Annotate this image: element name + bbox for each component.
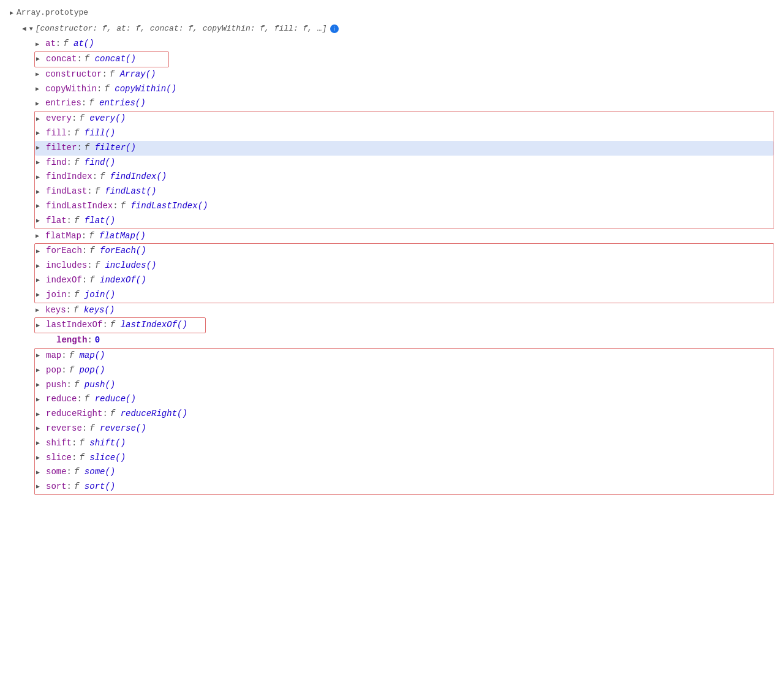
tree-item-constructor[interactable]: ▶ constructor : f Array() (34, 67, 774, 82)
toggle-arrow-reverse[interactable]: ▶ (36, 423, 46, 434)
func-name-reduce: reduce() (95, 392, 136, 407)
toggle-arrow-keys[interactable]: ▶ (36, 305, 45, 316)
toggle-arrow-flat[interactable]: ▶ (36, 216, 46, 226)
tree-item-fill[interactable]: ▶ fill : f fill() (35, 126, 774, 141)
tree-item-findLastIndex[interactable]: ▶ findLastIndex : f findLastIndex() (35, 199, 774, 214)
toggle-arrow-constructor[interactable]: ▶ (36, 69, 45, 80)
toggle-arrow-forEach[interactable]: ▶ (36, 246, 46, 257)
prop-name-filter: filter (46, 141, 77, 156)
func-name-copyWithin: copyWithin() (115, 82, 176, 97)
prop-name-fill: fill (46, 126, 67, 141)
prop-name-sort: sort (46, 480, 67, 494)
toggle-arrow-filter[interactable]: ▶ (36, 143, 46, 153)
box-lastIndexOf: ▶ lastIndexOf : f lastIndexOf() (34, 317, 206, 333)
tree-item-findLast[interactable]: ▶ findLast : f findLast() (35, 184, 774, 199)
toggle-arrow-findLast[interactable]: ▶ (36, 187, 46, 197)
tree-item-reduce[interactable]: ▶ reduce : f reduce() (35, 392, 774, 407)
tree-item-length: length : 0 (34, 333, 774, 348)
func-name-reverse: reverse() (100, 421, 146, 436)
toggle-arrow-findIndex[interactable]: ▶ (36, 172, 46, 183)
func-name-sort: sort() (85, 480, 115, 494)
func-name-fill: fill() (85, 126, 115, 141)
prop-name-forEach: forEach (46, 244, 82, 259)
tree-item-map[interactable]: ▶ map : f map() (35, 349, 774, 363)
tree-item-entries[interactable]: ▶ entries : f entries() (34, 96, 774, 111)
prop-name-every: every (46, 112, 72, 126)
tree-item-concat[interactable]: ▶ concat : f concat() (35, 52, 168, 67)
tree-item-find[interactable]: ▶ find : f find() (35, 156, 774, 170)
proto-header-text: [constructor: f, at: f, concat: f, copyW… (36, 22, 327, 36)
prop-name-reverse: reverse (46, 421, 82, 436)
toggle-arrow-find[interactable]: ▶ (36, 157, 46, 168)
toggle-arrow-entries[interactable]: ▶ (36, 99, 45, 109)
devtools-tree: ▶ Array.prototype ◀ ▼ [constructor: f, a… (10, 6, 774, 495)
toggle-arrow-every[interactable]: ▶ (36, 114, 46, 124)
tree-item-join[interactable]: ▶ join : f join() (35, 288, 774, 303)
func-name-flat: flat() (85, 214, 115, 229)
tree-item-shift[interactable]: ▶ shift : f shift() (35, 436, 774, 451)
func-name-includes: includes() (105, 259, 156, 273)
prop-name-pop: pop (46, 363, 61, 378)
prop-name-keys: keys (45, 303, 66, 318)
tree-item-slice[interactable]: ▶ slice : f slice() (35, 451, 774, 466)
toggle-arrow-reduce[interactable]: ▶ (36, 395, 46, 405)
toggle-arrow-findLastIndex[interactable]: ▶ (36, 201, 46, 211)
prop-name-join: join (46, 288, 67, 303)
toggle-arrow-join[interactable]: ▶ (36, 290, 46, 300)
tree-item-filter[interactable]: ▶ filter : f filter() (35, 141, 774, 156)
toggle-arrow-push[interactable]: ▶ (36, 380, 46, 390)
toggle-arrow-concat[interactable]: ▶ (36, 54, 46, 64)
tree-item-copyWithin[interactable]: ▶ copyWithin : f copyWithin() (34, 82, 774, 97)
func-name-reduceRight: reduceRight() (121, 407, 187, 421)
toggle-arrow-lastIndexOf[interactable]: ▶ (36, 320, 46, 331)
toggle-arrow-shift[interactable]: ▶ (36, 438, 46, 448)
tree-item-forEach[interactable]: ▶ forEach : f forEach() (35, 244, 774, 259)
tree-item-indexOf[interactable]: ▶ indexOf : f indexOf() (35, 273, 774, 288)
toggle-arrow-at[interactable]: ▶ (36, 39, 45, 50)
tree-item-flat[interactable]: ▶ flat : f flat() (35, 214, 774, 229)
func-name-some: some() (85, 465, 115, 480)
info-icon[interactable]: i (330, 25, 339, 33)
prop-name-some: some (46, 465, 67, 480)
tree-item-includes[interactable]: ▶ includes : f includes() (35, 259, 774, 273)
expand-icon[interactable]: ▶ (10, 8, 13, 18)
tree-item-some[interactable]: ▶ some : f some() (35, 465, 774, 480)
prop-name-constructor: constructor (45, 67, 102, 82)
tree-item-every[interactable]: ▶ every : f every() (35, 112, 774, 126)
prop-name-flat: flat (46, 214, 67, 229)
tree-item-at[interactable]: ▶ at : f at() (34, 37, 774, 51)
tree-item-push[interactable]: ▶ push : f push() (35, 378, 774, 393)
func-name-keys: keys() (84, 303, 115, 318)
prop-name-slice: slice (46, 451, 72, 466)
toggle-arrow-pop[interactable]: ▶ (36, 365, 46, 376)
func-name-shift: shift() (89, 436, 126, 451)
tree-item-flatMap[interactable]: ▶ flatMap : f flatMap() (34, 229, 774, 244)
toggle-arrow-indexOf[interactable]: ▶ (36, 275, 46, 285)
toggle-arrow-flatMap[interactable]: ▶ (36, 231, 45, 241)
toggle-arrow-some[interactable]: ▶ (36, 467, 46, 478)
box-group-map-sort: ▶ map : f map() ▶ pop : f pop() ▶ push :… (34, 348, 774, 495)
expand-down-icon[interactable]: ▼ (29, 24, 33, 34)
prop-name-indexOf: indexOf (46, 273, 82, 288)
toggle-arrow-sort[interactable]: ▶ (36, 482, 46, 492)
toggle-arrow-fill[interactable]: ▶ (36, 128, 46, 138)
tree-item-pop[interactable]: ▶ pop : f pop() (35, 363, 774, 378)
prop-name-shift: shift (46, 436, 72, 451)
func-name-indexOf: indexOf() (100, 273, 146, 288)
func-name-every: every() (89, 112, 126, 126)
toggle-arrow-includes[interactable]: ▶ (36, 261, 46, 271)
toggle-arrow-copyWithin[interactable]: ▶ (36, 84, 45, 94)
tree-item-lastIndexOf[interactable]: ▶ lastIndexOf : f lastIndexOf() (35, 318, 205, 333)
tree-item-reverse[interactable]: ▶ reverse : f reverse() (35, 421, 774, 436)
tree-item-keys[interactable]: ▶ keys : f keys() (34, 303, 774, 318)
func-name-concat: concat() (95, 52, 136, 67)
toggle-arrow-map[interactable]: ▶ (36, 350, 46, 361)
prop-name-flatMap: flatMap (45, 229, 81, 244)
tree-item-reduceRight[interactable]: ▶ reduceRight : f reduceRight() (35, 407, 774, 421)
prop-name-push: push (46, 378, 67, 393)
toggle-arrow-reduceRight[interactable]: ▶ (36, 409, 46, 420)
prop-name-findLastIndex: findLastIndex (46, 199, 113, 214)
tree-item-findIndex[interactable]: ▶ findIndex : f findIndex() (35, 170, 774, 184)
tree-item-sort[interactable]: ▶ sort : f sort() (35, 480, 774, 494)
toggle-arrow-slice[interactable]: ▶ (36, 453, 46, 463)
